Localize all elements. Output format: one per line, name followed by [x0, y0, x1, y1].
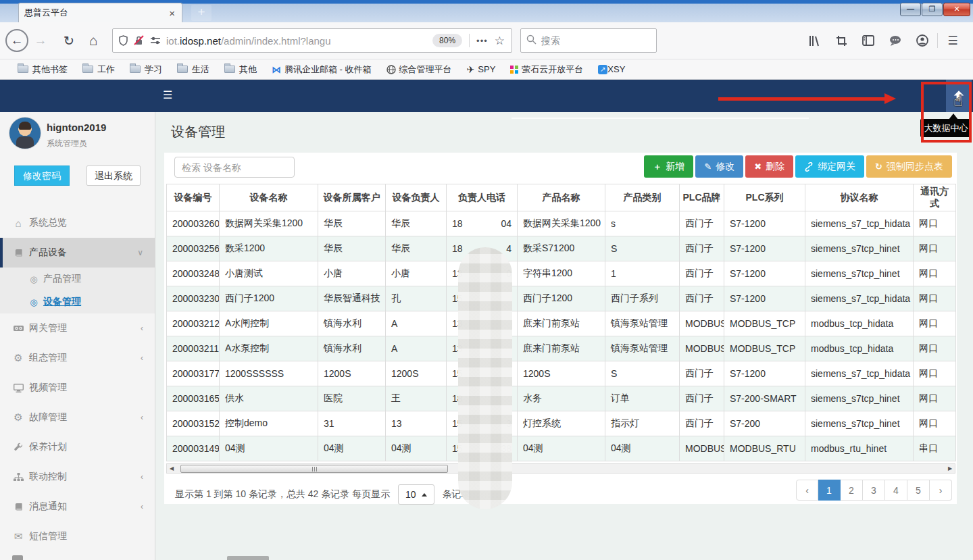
clipped-menu-item [12, 555, 23, 560]
bookmark-label: 生活 [192, 63, 209, 76]
device-search-input[interactable] [174, 157, 295, 178]
cell-customer: 华辰智通科技 [318, 286, 386, 311]
sidebar-item-联动控制[interactable]: 联动控制‹ [0, 462, 155, 492]
toolbar-button-修改[interactable]: ✎修改 [695, 155, 743, 178]
scroll-left-icon[interactable]: ◀ [167, 465, 176, 472]
reload-button[interactable]: ↻ [59, 33, 78, 49]
account-icon[interactable] [909, 34, 936, 47]
menu-hamburger-icon[interactable]: ☰ [939, 34, 966, 48]
page-button-1[interactable]: 1 [818, 480, 841, 501]
table-row[interactable]: 200003212A水闸控制镇海水利A13庶来门前泵站镇海泵站管理MODBUSM… [167, 311, 956, 336]
zoom-level-badge[interactable]: 80% [432, 34, 462, 47]
close-tab-icon[interactable]: × [168, 7, 176, 19]
page-button-›[interactable]: › [930, 480, 952, 501]
avatar[interactable] [9, 117, 41, 149]
sidebar-subitem-设备管理[interactable]: ◎设备管理 [0, 290, 155, 313]
logout-button[interactable]: 退出系统 [86, 166, 141, 186]
sidebar-item-短信管理[interactable]: ✉短信管理 [0, 521, 155, 551]
page-size-dropdown[interactable]: 10 [398, 484, 434, 505]
folder-icon [82, 66, 93, 73]
sidebar-item-保养计划[interactable]: 保养计划 [0, 432, 155, 462]
table-row[interactable]: 200003230西门子1200华辰智通科技孔15西门子1200西门子系列西门子… [167, 286, 956, 311]
url-prefix: iot. [166, 35, 180, 47]
toolbar-button-删除[interactable]: ✖删除 [745, 155, 793, 178]
bookmark-item[interactable]: 综合管理平台 [386, 63, 452, 76]
url-text[interactable]: iot.idosp.net/admin/index.html?langu [166, 35, 428, 47]
bookmark-label: 综合管理平台 [399, 63, 452, 76]
page-button-2[interactable]: 2 [841, 480, 863, 501]
sidebar-toggle-icon[interactable] [855, 35, 882, 46]
bookmark-item[interactable]: 生活 [177, 63, 209, 76]
toolbar-button-强制同步点表[interactable]: ↻强制同步点表 [866, 155, 952, 178]
browser-search-input[interactable] [541, 35, 643, 46]
url-bar[interactable]: iot.idosp.net/admin/index.html?langu 80%… [112, 28, 512, 53]
restore-button[interactable]: ❐ [922, 3, 943, 16]
sidebar-subitem-产品管理[interactable]: ◎产品管理 [0, 268, 155, 290]
sidebar-item-网关管理[interactable]: 网关管理‹ [0, 313, 155, 343]
cell-series: S7-1200 [724, 211, 805, 236]
shield-icon[interactable] [118, 35, 128, 46]
table-row[interactable]: 200003256数采1200华辰华辰184数采S71200S西门子S7-120… [167, 236, 956, 261]
cell-customer: 小唐 [318, 261, 386, 286]
new-tab-button[interactable]: + [191, 5, 211, 21]
bigdata-tooltip: 大数据中心 [920, 119, 972, 137]
sidebar-item-组态管理[interactable]: ⚙组态管理‹ [0, 343, 155, 373]
table-row[interactable]: 200003165供水医院王18水务订单西门子S7-200-SMARTsieme… [167, 386, 956, 411]
sidebar-item-系统总览[interactable]: ⌂系统总览 [0, 208, 155, 238]
page-button-3[interactable]: 3 [863, 480, 885, 501]
spy-icon: ✈ [467, 64, 475, 75]
horizontal-scrollbar[interactable]: ◀ ▶ [166, 463, 955, 474]
cell-comm: 网口 [914, 361, 956, 386]
bookmark-item[interactable]: ⋈腾讯企业邮箱 - 收件箱 [272, 63, 372, 76]
table-row[interactable]: 200003152控制demo3113153灯控系统指示灯西门子S7-200si… [167, 411, 956, 436]
scroll-right-icon[interactable]: ▶ [945, 465, 955, 472]
lock-insecure-icon[interactable] [134, 35, 145, 46]
envelope-icon: ✉ [12, 530, 24, 542]
bookmark-item[interactable]: ✈SPY [467, 64, 496, 75]
scrollbar-thumb[interactable] [180, 465, 448, 473]
toolbar-button-新增[interactable]: ＋新增 [644, 155, 693, 178]
bookmark-item[interactable]: 学习 [130, 63, 162, 76]
sidebar-item-消息通知[interactable]: 消息通知‹ [0, 492, 155, 521]
tab-title: 思普云平台 [24, 7, 168, 19]
cell-no: 200003177 [167, 361, 220, 386]
forward-button[interactable]: → [31, 33, 50, 48]
wrench-icon [12, 442, 24, 452]
bookmark-item[interactable]: 其他 [224, 63, 257, 76]
page-actions-icon[interactable]: ••• [476, 36, 488, 46]
bookmark-item[interactable]: ↗XSY [598, 64, 625, 74]
cell-customer: 华辰 [318, 236, 386, 261]
bookmark-item[interactable]: 萤石云开放平台 [510, 63, 583, 76]
close-window-button[interactable]: ✕ [943, 3, 970, 16]
permissions-icon[interactable] [150, 36, 161, 45]
page-button-4[interactable]: 4 [885, 480, 907, 501]
home-button[interactable]: ⌂ [84, 32, 103, 49]
sidebar-item-产品设备[interactable]: 产品设备∨ [0, 238, 155, 268]
table-row[interactable]: 200003248小唐测试小唐小唐130字符串12001西门子S7-1200si… [167, 261, 956, 286]
page-button-‹[interactable]: ‹ [796, 480, 818, 501]
table-row[interactable]: 200003211A水泵控制镇海水利A13庶来门前泵站镇海泵站管理MODBUSM… [167, 336, 956, 361]
bookmark-item[interactable]: 工作 [82, 63, 115, 76]
main-content: 设备管理 ＋新增✎修改✖删除绑定网关↻强制同步点表 设备编号设备名称设备所属客户… [155, 112, 973, 560]
page-button-5[interactable]: 5 [907, 480, 930, 501]
library-icon[interactable] [801, 35, 828, 47]
pocket-icon[interactable] [882, 35, 909, 46]
cell-customer: 镇海水利 [318, 336, 386, 361]
toolbar-button-绑定网关[interactable]: 绑定网关 [795, 155, 864, 178]
table-row[interactable]: 20000314904测04测04测153804测04测MODBUSMODBUS… [167, 436, 956, 461]
sidebar-item-故障管理[interactable]: ⚙故障管理‹ [0, 403, 155, 432]
back-button[interactable]: ← [5, 29, 28, 52]
minimize-button[interactable]: — [900, 3, 921, 16]
browser-tab[interactable]: 思普云平台 × [18, 3, 182, 22]
change-password-button[interactable]: 修改密码 [14, 166, 70, 186]
bookmark-star-icon[interactable]: ☆ [495, 34, 505, 48]
browser-search[interactable] [520, 28, 657, 53]
sidebar-item-视频管理[interactable]: 视频管理 [0, 373, 155, 403]
cell-no: 200003248 [167, 261, 220, 286]
bookmark-item[interactable]: 其他书签 [18, 63, 68, 76]
sidebar-collapse-icon[interactable]: ☰ [163, 88, 172, 101]
table-row[interactable]: 2000031771200SSSSSS1200S1200S151200SS西门子… [167, 361, 956, 386]
table-row[interactable]: 200003260数据网关采集1200华辰华辰1804数据网关采集1200s西门… [167, 211, 956, 236]
column-header: 设备编号 [167, 184, 220, 211]
screenshot-icon[interactable] [828, 35, 855, 47]
